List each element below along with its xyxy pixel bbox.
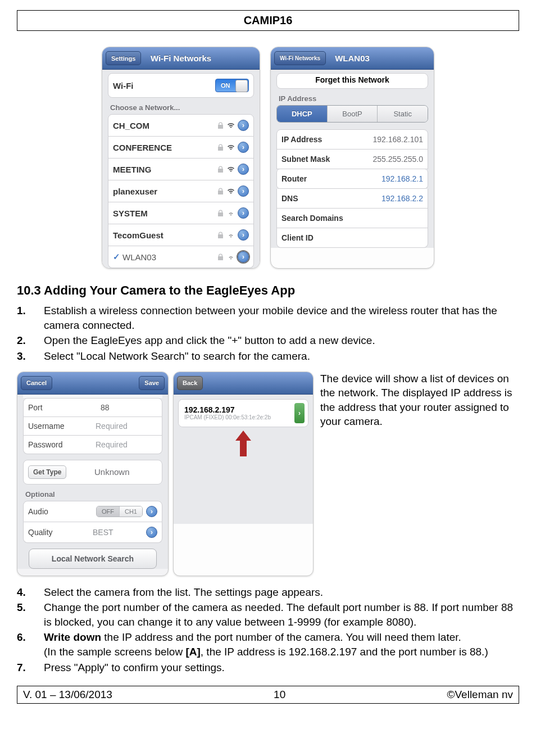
figure-wifi-panels: Settings Wi-Fi Networks Wi-Fi ON Choose …	[17, 47, 519, 269]
nav-bar: Back	[174, 372, 313, 395]
ip-row: IP Address192.168.2.101	[276, 129, 428, 150]
nav-bar: Cancel Save	[17, 372, 168, 395]
back-button[interactable]: Settings	[106, 51, 141, 65]
forget-network-button[interactable]: Forget this Network	[276, 73, 428, 89]
network-item[interactable]: MEETING ›	[108, 159, 254, 180]
figure-app-screens: Cancel Save Port88 UsernameRequired Pass…	[17, 372, 519, 576]
step-number: 5.	[17, 600, 44, 629]
wifi-icon	[227, 209, 235, 217]
ip-mode-tabs: DHCP BootP Static	[276, 105, 428, 123]
search-row: Search Domains	[276, 209, 428, 228]
local-network-search-button[interactable]: Local Network Search	[29, 549, 157, 569]
device-settings-card: Cancel Save Port88 UsernameRequired Pass…	[17, 372, 169, 576]
quality-row[interactable]: Quality BEST ›	[23, 522, 162, 543]
arrow-up-icon	[233, 431, 253, 456]
wifi-icon	[227, 187, 235, 195]
username-row[interactable]: UsernameRequired	[23, 417, 162, 436]
step-text: Open the EagleEyes app and click the "+"…	[44, 333, 519, 348]
steps-list-cont: 4.Select the camera from the list. The s…	[17, 585, 519, 675]
dns-row: DNS192.168.2.2	[276, 189, 428, 209]
detail-icon[interactable]: ›	[238, 229, 249, 241]
optional-header: Optional	[23, 485, 162, 501]
step-text: Select the camera from the list. The set…	[44, 585, 519, 600]
client-row: Client ID	[276, 228, 428, 248]
tab-dhcp[interactable]: DHCP	[277, 106, 327, 122]
get-type-button[interactable]: Get Type	[28, 465, 66, 479]
detail-icon[interactable]: ›	[238, 120, 249, 131]
page-footer: V. 01 – 13/06/2013 10 ©Velleman nv	[17, 686, 519, 704]
audio-segment[interactable]: OFFCH1	[96, 506, 143, 517]
step-text: Select "Local Network Search" to search …	[44, 349, 519, 364]
detail-icon[interactable]: ›	[238, 142, 249, 153]
lock-icon	[216, 209, 224, 217]
choose-network-header: Choose a Network...	[108, 98, 254, 114]
check-icon: ✓	[113, 252, 120, 262]
footer-copy: ©Velleman nv	[447, 689, 513, 701]
go-icon[interactable]: ›	[294, 403, 305, 423]
back-button[interactable]: Back	[177, 376, 203, 390]
network-item[interactable]: CONFERENCE ›	[108, 137, 254, 159]
found-device-row[interactable]: 192.168.2.197 IPCAM (FIXED) 00:0e:53:1e:…	[179, 400, 308, 427]
page-header: CAMIP16	[17, 10, 519, 31]
network-item-selected[interactable]: ✓ WLAN03 ›	[108, 246, 254, 268]
wifi-label: Wi-Fi	[113, 81, 215, 90]
wifi-toggle[interactable]: ON	[215, 79, 249, 92]
step-number: 3.	[17, 349, 44, 364]
section-heading: 10.3 Adding Your Camera to the EagleEyes…	[17, 283, 519, 298]
save-button[interactable]: Save	[139, 376, 165, 390]
router-row: Router192.168.2.1	[276, 169, 428, 189]
detail-icon[interactable]: ›	[238, 185, 249, 197]
found-mac: IPCAM (FIXED) 00:0e:53:1e:2e:2b	[184, 414, 271, 420]
footer-version: V. 01 – 13/06/2013	[23, 689, 112, 701]
detail-icon[interactable]: ›	[238, 164, 249, 175]
step-number: 4.	[17, 585, 44, 600]
wifi-icon	[227, 165, 235, 173]
wifi-networks-panel: Settings Wi-Fi Networks Wi-Fi ON Choose …	[102, 47, 260, 269]
footer-page: 10	[274, 689, 285, 701]
gettype-row: Get Type Unknown	[23, 460, 162, 485]
lock-icon	[216, 187, 224, 195]
mask-row: Subnet Mask255.255.255.0	[276, 150, 428, 169]
wifi-icon	[227, 143, 235, 151]
step-text: Establish a wireless connection between …	[44, 304, 519, 332]
detail-icon[interactable]: ›	[146, 506, 157, 517]
step-text: Write down the IP address and the port n…	[44, 630, 519, 659]
wifi-icon	[227, 253, 235, 261]
step-number: 2.	[17, 333, 44, 348]
step-number: 6.	[17, 630, 44, 659]
lock-icon	[216, 165, 224, 173]
step-text: Change the port number of the camera as …	[44, 600, 519, 629]
port-row[interactable]: Port88	[23, 398, 162, 417]
step-number: 7.	[17, 660, 44, 675]
network-item[interactable]: planexuser ›	[108, 180, 254, 202]
found-device-card: Back 192.168.2.197 IPCAM (FIXED) 00:0e:5…	[173, 372, 314, 576]
detail-icon[interactable]: ›	[238, 251, 249, 262]
side-text: The device will show a list of devices o…	[318, 372, 519, 576]
product-name: CAMIP16	[17, 14, 519, 27]
nav-bar: Wi-Fi Networks WLAN03	[271, 47, 434, 70]
lock-icon	[216, 253, 224, 261]
network-item[interactable]: TecomGuest ›	[108, 224, 254, 246]
wlan-detail-panel: Wi-Fi Networks WLAN03 Forget this Networ…	[270, 47, 434, 269]
network-list: CH_COM › CONFERENCE › MEETING ›	[108, 114, 254, 268]
wifi-icon	[227, 121, 235, 129]
password-row[interactable]: PasswordRequired	[23, 436, 162, 454]
detail-icon[interactable]: ›	[146, 527, 157, 538]
network-item[interactable]: SYSTEM ›	[108, 202, 254, 224]
lock-icon	[216, 121, 224, 129]
network-item[interactable]: CH_COM ›	[108, 114, 254, 137]
wifi-icon	[227, 231, 235, 239]
ip-details: IP Address192.168.2.101 Subnet Mask255.2…	[276, 129, 428, 248]
detail-icon[interactable]: ›	[238, 207, 249, 219]
step-number: 1.	[17, 304, 44, 332]
back-button[interactable]: Wi-Fi Networks	[274, 51, 326, 65]
audio-row: Audio OFFCH1 ›	[23, 501, 162, 522]
cancel-button[interactable]: Cancel	[21, 376, 52, 390]
tab-bootp[interactable]: BootP	[327, 106, 378, 122]
step-text: Press "Apply" to confirm your settings.	[44, 660, 519, 675]
tab-static[interactable]: Static	[377, 106, 428, 122]
lock-icon	[216, 231, 224, 239]
lock-icon	[216, 143, 224, 151]
nav-bar: Settings Wi-Fi Networks	[102, 47, 260, 70]
found-ip: 192.168.2.197	[184, 405, 271, 414]
